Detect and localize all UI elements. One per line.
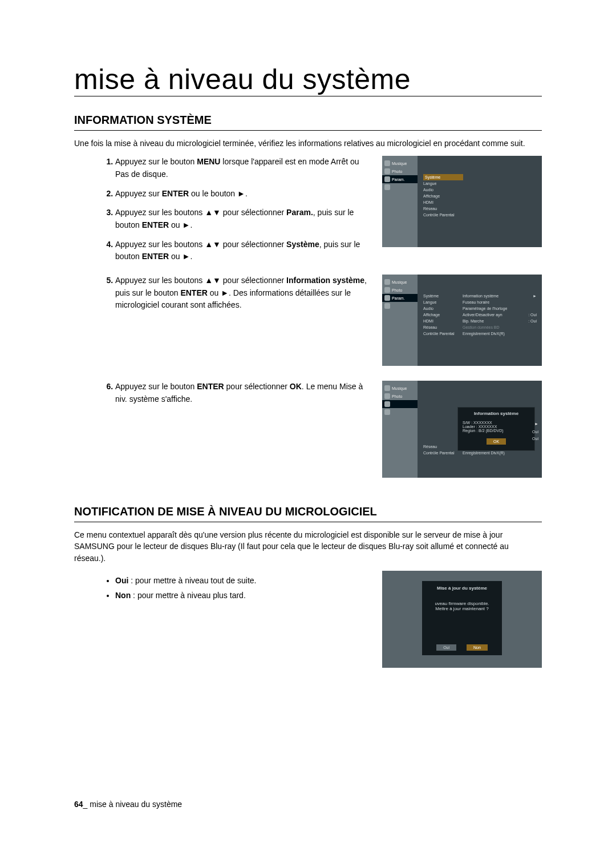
info-icon	[384, 409, 390, 415]
screenshot-1: Musique Photo Param. Système Langue Audi…	[382, 156, 542, 247]
ok-button[interactable]: OK	[487, 438, 506, 445]
section-intro: Une fois la mise à niveau du micrologici…	[74, 138, 542, 149]
step-1: Appuyez sur le bouton MENU lorsque l'app…	[115, 156, 371, 180]
info-icon	[384, 303, 390, 309]
steps-list: Appuyez sur le bouton MENU lorsque l'app…	[74, 156, 371, 263]
gear-icon	[384, 401, 390, 407]
music-icon	[384, 160, 390, 166]
bullet-non: Non : pour mettre à niveau plus tard.	[115, 589, 371, 602]
step-4: Appuyez sur les boutons ▲▼ pour sélectio…	[115, 239, 371, 263]
gear-icon	[384, 176, 390, 182]
gear-icon	[384, 295, 390, 301]
info-icon	[384, 184, 390, 190]
step-6: Appuyez sur le bouton ENTER pour sélecti…	[115, 381, 371, 405]
step-5: Appuyez sur les boutons ▲▼ pour sélectio…	[115, 275, 371, 312]
popup-non-button[interactable]: Non	[467, 644, 488, 651]
page-title: mise à niveau du système	[74, 63, 542, 96]
section-heading-info: INFORMATION SYSTÈME	[74, 114, 542, 131]
bullet-oui: Oui : pour mettre à niveau tout de suite…	[115, 574, 371, 587]
bullet-list: Oui : pour mettre à niveau tout de suite…	[74, 574, 371, 602]
section-intro-2: Ce menu contextuel apparaît dès qu'une v…	[74, 529, 542, 564]
step-3: Appuyez sur les boutons ▲▼ pour sélectio…	[115, 207, 371, 231]
screenshot-2: Musique Photo Param. Système Langue Audi…	[382, 275, 542, 366]
screenshot-4: Mise à jour du système uveau firmware di…	[382, 571, 542, 668]
photo-icon	[384, 287, 390, 293]
music-icon	[384, 279, 390, 285]
overlay-info: Information système S/W : XXXXXXX Loader…	[457, 407, 535, 451]
music-icon	[384, 385, 390, 391]
photo-icon	[384, 168, 390, 174]
steps-list: Appuyez sur les boutons ▲▼ pour sélectio…	[74, 275, 371, 312]
section-heading-notif: NOTIFICATION DE MISE À NIVEAU DU MICROLO…	[74, 505, 542, 522]
steps-list: Appuyez sur le bouton ENTER pour sélecti…	[74, 381, 371, 405]
screenshot-3: Musique Photo Réseau Contrôle Parental G…	[382, 381, 542, 478]
popup-update: Mise à jour du système uveau firmware di…	[422, 581, 502, 655]
step-2: Appuyez sur ENTER ou le bouton ►.	[115, 188, 371, 200]
popup-oui-button[interactable]: Oui	[436, 644, 456, 651]
photo-icon	[384, 393, 390, 399]
page-footer: 64_ mise à niveau du système	[74, 800, 182, 809]
